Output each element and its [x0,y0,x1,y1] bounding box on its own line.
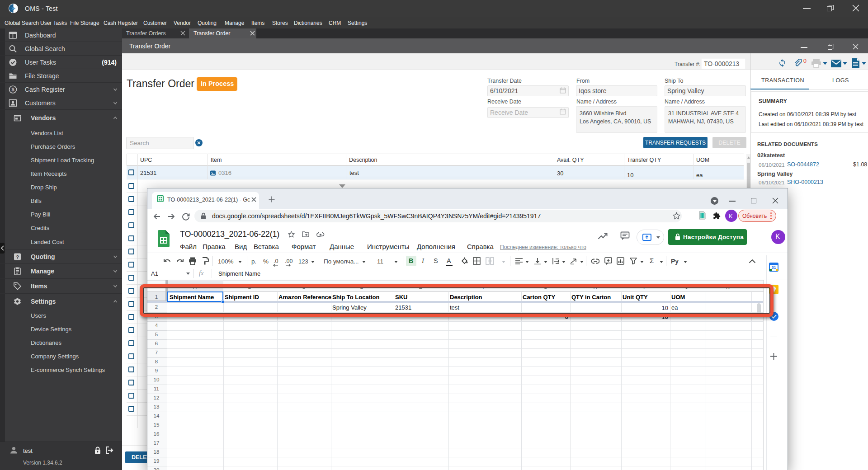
svg-text:31: 31 [771,265,776,270]
svg-text:$: $ [11,87,14,92]
svg-text:?: ? [16,254,19,259]
